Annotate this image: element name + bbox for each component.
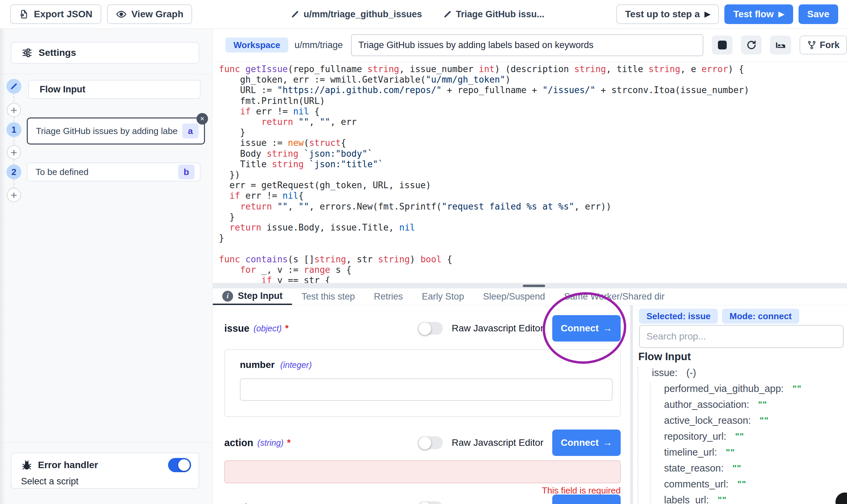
flow-input-button[interactable]: Flow Input <box>28 80 201 99</box>
step-item-a[interactable]: Triage GitHub issues by adding labels ..… <box>27 118 205 145</box>
code-line: return "", "", errors.New(fmt.Sprintf("r… <box>219 201 847 212</box>
stop-button[interactable] <box>712 36 732 54</box>
prop-row[interactable]: state_reason:"" <box>664 460 847 476</box>
code-line: for _, v := range s { <box>219 265 847 275</box>
breadcrumb-title-label: Triage GitHub issu... <box>456 9 544 20</box>
horizontal-splitter[interactable] <box>213 283 847 288</box>
prop-key: timeline_url: <box>664 447 717 458</box>
tab-label: Retries <box>374 291 403 302</box>
test-flow-button[interactable]: Test flow ▶ <box>724 4 793 24</box>
export-json-label: Export JSON <box>34 9 92 20</box>
test-up-to-step-button[interactable]: Test up to step a ▶ <box>616 4 719 24</box>
code-line: fmt.Println(URL) <box>219 96 847 106</box>
tab-early-stop[interactable]: Early Stop <box>412 288 474 305</box>
prop-key: active_lock_reason: <box>664 415 751 426</box>
main-panel: Workspace u/mm/triage Fork func g <box>213 29 847 504</box>
close-icon: × <box>200 114 205 123</box>
prop-row[interactable]: active_lock_reason:"" <box>664 413 847 429</box>
fork-button[interactable]: Fork <box>799 36 847 54</box>
connect-button-issue[interactable]: Connect → <box>552 315 621 342</box>
flow-input-node-icon[interactable] <box>6 79 21 94</box>
bottom-panel: iStep InputTest this stepRetriesEarly St… <box>213 288 847 504</box>
tab-same-worker-shared-dir[interactable]: Same Worker/Shared dir <box>555 288 674 305</box>
view-graph-button[interactable]: View Graph <box>107 4 192 24</box>
field-row-action: action (string) * Raw Javascript Editor … <box>224 429 621 456</box>
code-editor[interactable]: func getIssue(repo_fullname string, issu… <box>213 61 847 283</box>
field-type: (integer) <box>280 360 312 370</box>
breadcrumb-path[interactable]: u/mm/triage_github_issues <box>291 9 422 20</box>
vertical-splitter[interactable] <box>630 305 633 504</box>
tab-retries[interactable]: Retries <box>365 288 413 305</box>
remove-step-button[interactable]: × <box>196 113 208 125</box>
raw-js-label: Raw Javascript Editor <box>452 323 543 334</box>
field-name: sender <box>224 502 257 504</box>
restart-button[interactable] <box>741 36 762 54</box>
flow-input-label: Flow Input <box>40 84 85 95</box>
error-handler-script-select[interactable]: Select a script <box>21 476 191 487</box>
step-item-b[interactable]: To be defined b <box>27 162 201 181</box>
step-label: Triage GitHub issues by adding labels ..… <box>36 126 177 137</box>
prop-row[interactable]: repository_url:"" <box>664 429 847 445</box>
connect-label: Connect <box>561 323 599 334</box>
breadcrumb-title[interactable]: Triage GitHub issu... <box>443 9 544 20</box>
prop-key: labels_url: <box>664 494 709 504</box>
export-icon <box>19 9 29 19</box>
code-line: if err != nil{ <box>219 191 847 201</box>
connect-button-action[interactable]: Connect → <box>552 430 621 456</box>
field-type: (object) <box>261 503 289 504</box>
prop-value: "" <box>758 399 767 410</box>
field-name: issue <box>224 323 249 334</box>
tree-title: Flow Input <box>638 351 691 363</box>
inspector-badges: Selected: issue Mode: connect <box>639 309 799 324</box>
error-handler-card: Error handler Select a script <box>11 453 199 489</box>
add-step-button[interactable]: + <box>7 145 21 159</box>
error-handler-title: Error handler <box>38 460 162 470</box>
tree-root-row[interactable]: issue: (-) <box>652 365 696 381</box>
raw-js-toggle[interactable] <box>418 322 443 335</box>
raw-js-toggle[interactable] <box>418 436 443 449</box>
script-path: u/mm/triage <box>294 40 343 50</box>
prop-row[interactable]: timeline_url:"" <box>664 445 847 460</box>
code-line: err = getRequest(gh_token, URL, issue) <box>219 180 847 191</box>
plus-icon: + <box>11 146 17 159</box>
add-step-button[interactable]: + <box>7 103 21 117</box>
raw-js-toggle[interactable] <box>418 501 443 504</box>
prop-row[interactable]: comments_url:"" <box>664 476 847 492</box>
prop-row[interactable]: labels_url:"" <box>664 492 847 504</box>
step-id-badge: a <box>182 124 198 139</box>
action-input[interactable] <box>224 460 621 483</box>
prop-row[interactable]: author_association:"" <box>664 397 847 413</box>
summary-input[interactable] <box>351 34 704 56</box>
divider <box>0 74 212 74</box>
sleep-button[interactable] <box>770 36 791 54</box>
save-button[interactable]: Save <box>798 4 838 24</box>
prop-value: "" <box>735 431 744 442</box>
tab-label: Early Stop <box>422 291 464 302</box>
plus-icon: + <box>11 104 17 117</box>
prop-value: "" <box>793 383 801 394</box>
code-line: } <box>219 212 847 222</box>
tab-test-this-step[interactable]: Test this step <box>292 288 365 305</box>
error-handler-toggle[interactable] <box>168 458 191 472</box>
bed-icon <box>775 39 786 51</box>
code-line: issue := new(struct{ <box>219 138 847 148</box>
plus-icon: + <box>11 188 17 202</box>
raw-js-label: Raw Javascript Editor <box>452 437 543 448</box>
toggle-knob <box>418 437 431 450</box>
tab-sleep-suspend[interactable]: Sleep/Suspend <box>474 288 555 305</box>
code-line: Title string `json:"title"` <box>219 159 847 169</box>
prop-row[interactable]: performed_via_github_app:"" <box>664 381 847 397</box>
toggle-knob <box>178 459 190 471</box>
settings-button[interactable]: Settings <box>11 42 199 64</box>
prop-value: "" <box>718 495 727 504</box>
step-number-1: 1 <box>6 122 21 137</box>
tab-step-input[interactable]: iStep Input <box>213 288 292 305</box>
field-type: (object) <box>254 324 281 334</box>
export-json-button[interactable]: Export JSON <box>10 4 101 24</box>
prop-search-input[interactable] <box>639 325 844 348</box>
prop-value: "" <box>726 447 735 457</box>
connect-button-sender[interactable]: Connect → <box>552 494 621 504</box>
number-input[interactable] <box>240 378 612 401</box>
raw-js-label: Raw Javascript Editor <box>452 502 543 504</box>
add-step-button[interactable]: + <box>7 188 21 202</box>
